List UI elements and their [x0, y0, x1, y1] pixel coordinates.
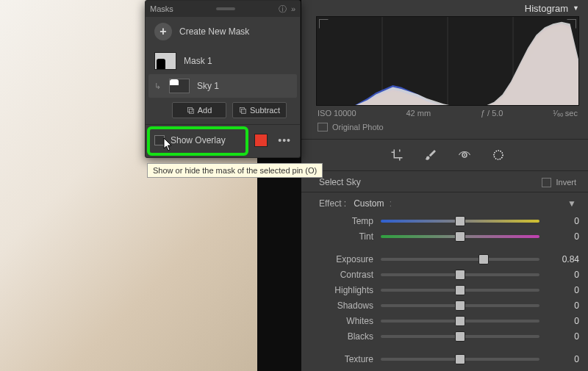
- svg-rect-1: [189, 109, 193, 113]
- slider-track[interactable]: [381, 273, 539, 276]
- masks-panel-header[interactable]: Masks ⓘ »: [146, 1, 300, 17]
- slider-tint[interactable]: Tint0: [316, 228, 579, 244]
- mask-tool-icon[interactable]: [492, 148, 505, 162]
- slider-value: 0: [539, 316, 579, 326]
- slider-knob-icon[interactable]: [455, 331, 465, 342]
- slider-value: 0: [539, 231, 579, 242]
- subtract-button-label: Subtract: [250, 106, 280, 115]
- effect-label: Effect :: [319, 198, 346, 209]
- slider-knob-icon[interactable]: [455, 216, 465, 226]
- svg-rect-3: [241, 109, 245, 113]
- right-panel: Histogram ▼ ISO 10000 42 mm ƒ / 5.0 ¹⁄₆₀…: [301, 0, 588, 371]
- show-overlay-row[interactable]: Show Overlay •••: [154, 131, 291, 150]
- slider-value: 0: [539, 300, 579, 311]
- svg-point-8: [464, 154, 465, 156]
- slider-group: Temp0Tint0Exposure0.84Contrast0Highlight…: [316, 212, 579, 367]
- mask-item-sky1[interactable]: ↳ Sky 1: [148, 74, 297, 98]
- slider-knob-icon[interactable]: [455, 231, 465, 242]
- slider-track[interactable]: [381, 358, 539, 361]
- exif-shutter: ¹⁄₆₀ sec: [553, 109, 578, 118]
- more-icon[interactable]: •••: [278, 134, 291, 146]
- slider-shadows[interactable]: Shadows0: [316, 298, 579, 313]
- slider-whites[interactable]: Whites0: [316, 313, 579, 328]
- subtract-mask-button[interactable]: Subtract: [232, 102, 287, 118]
- slider-highlights[interactable]: Highlights0: [316, 282, 579, 298]
- slider-value: 0: [539, 216, 579, 226]
- slider-track[interactable]: [381, 289, 539, 292]
- effect-value: Custom: [354, 198, 384, 209]
- slider-track[interactable]: [381, 258, 539, 261]
- add-button-label: Add: [198, 106, 212, 115]
- slider-knob-icon[interactable]: [455, 316, 465, 326]
- slider-label: Texture: [316, 354, 381, 364]
- crop-tool-icon[interactable]: [390, 148, 404, 162]
- slider-knob-icon[interactable]: [455, 354, 465, 364]
- original-photo-toggle[interactable]: Original Photo: [316, 121, 579, 137]
- redeye-tool-icon[interactable]: [458, 148, 471, 162]
- slider-track[interactable]: [381, 320, 539, 323]
- heal-tool-icon[interactable]: [424, 148, 437, 162]
- overlay-color-swatch[interactable]: [254, 134, 268, 147]
- effect-dropdown[interactable]: Custom :: [354, 198, 392, 209]
- slider-track[interactable]: [381, 304, 539, 307]
- slider-exposure[interactable]: Exposure0.84: [316, 251, 579, 267]
- slider-texture[interactable]: Texture0: [316, 351, 579, 367]
- slider-track[interactable]: [381, 335, 539, 338]
- checkbox-icon[interactable]: [318, 123, 328, 132]
- slider-label: Highlights: [316, 285, 381, 295]
- histogram-title: Histogram: [525, 3, 568, 14]
- divider: [146, 124, 300, 125]
- slider-track[interactable]: [381, 235, 539, 238]
- subtract-shape-icon: [239, 107, 247, 115]
- mask-item-mask1[interactable]: Mask 1: [154, 48, 291, 74]
- info-icon[interactable]: ⓘ: [279, 4, 287, 15]
- svg-point-9: [494, 151, 503, 159]
- slider-value: 0: [539, 285, 579, 295]
- mask-thumb-icon: [154, 52, 176, 70]
- slider-knob-icon[interactable]: [478, 254, 489, 264]
- tool-strip: [316, 141, 579, 169]
- mask-item-label: Mask 1: [184, 56, 212, 66]
- add-mask-button[interactable]: Add: [172, 102, 226, 118]
- invert-toggle[interactable]: Invert: [542, 178, 576, 187]
- show-overlay-label: Show Overlay: [171, 135, 226, 145]
- slider-knob-icon[interactable]: [455, 285, 465, 295]
- slider-label: Exposure: [316, 254, 381, 264]
- sky-thumb-icon: [169, 79, 190, 93]
- divider: [301, 192, 588, 192]
- masks-panel: Masks ⓘ » + Create New Mask Mask 1 ↳ Sky…: [145, 0, 301, 158]
- slider-value: 0.84: [539, 254, 579, 264]
- slider-temp[interactable]: Temp0: [316, 213, 579, 228]
- slider-label: Tint: [316, 231, 381, 242]
- exif-focal: 42 mm: [406, 109, 431, 118]
- histogram-plot[interactable]: [316, 16, 579, 106]
- slider-label: Shadows: [316, 300, 381, 311]
- create-new-mask-row[interactable]: + Create New Mask: [154, 23, 291, 40]
- cursor-icon: [163, 138, 173, 154]
- slider-track[interactable]: [381, 220, 539, 223]
- effect-row[interactable]: Effect : Custom : ▼: [316, 194, 579, 212]
- invert-label: Invert: [556, 178, 576, 187]
- slider-knob-icon[interactable]: [455, 300, 465, 311]
- tooltip: Show or hide the mask of the selected pi…: [147, 163, 323, 178]
- checkbox-icon[interactable]: [542, 178, 551, 187]
- slider-knob-icon[interactable]: [455, 270, 465, 280]
- slider-blacks[interactable]: Blacks0: [316, 328, 579, 344]
- disclosure-icon[interactable]: ▼: [573, 4, 579, 12]
- plus-icon[interactable]: +: [154, 23, 172, 40]
- svg-rect-0: [187, 107, 192, 112]
- create-mask-label: Create New Mask: [179, 26, 249, 37]
- add-shape-icon: [187, 107, 195, 115]
- exif-aperture: ƒ / 5.0: [481, 109, 503, 118]
- collapse-chevron-icon[interactable]: »: [291, 4, 295, 13]
- drag-grip-icon[interactable]: [216, 7, 235, 10]
- disclosure-icon[interactable]: ▼: [567, 198, 576, 209]
- histogram-header[interactable]: Histogram ▼: [316, 0, 579, 16]
- slider-label: Contrast: [316, 270, 381, 280]
- slider-label: Blacks: [316, 331, 381, 342]
- slider-label: Temp: [316, 216, 381, 226]
- divider: [301, 170, 588, 171]
- masks-title: Masks: [150, 4, 173, 13]
- link-icon: ↳: [154, 82, 162, 91]
- slider-contrast[interactable]: Contrast0: [316, 267, 579, 282]
